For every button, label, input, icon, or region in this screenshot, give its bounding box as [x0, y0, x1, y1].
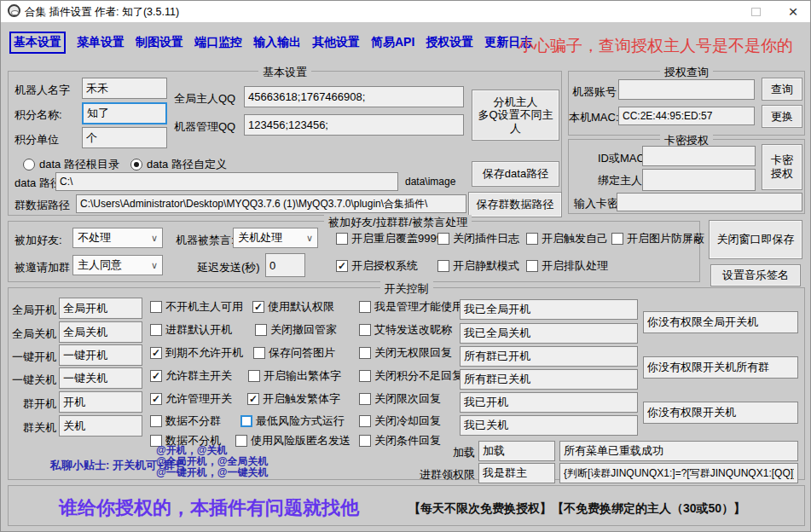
cb-close-limit-reply[interactable]: 关闭限次回复	[359, 391, 441, 407]
bind-master-input[interactable]	[642, 169, 756, 191]
cb-data-no-group-split[interactable]: 数据不分群	[150, 413, 221, 429]
save-data-path-button[interactable]: 保存data路径	[472, 161, 559, 187]
music-signature-button[interactable]: 设置音乐签名	[710, 264, 801, 286]
cmd-onekey-off-input[interactable]	[59, 367, 142, 389]
close-button[interactable]: ×	[779, 1, 808, 22]
cb-lowest-risk-mode[interactable]: 最低风险方式运行	[240, 413, 345, 429]
checkbox-box	[359, 393, 371, 405]
data-path-input[interactable]	[55, 172, 398, 191]
checkbox-label: 进群默认开机	[165, 322, 232, 338]
reply-on-input[interactable]	[460, 392, 638, 413]
local-mac-input[interactable]	[618, 107, 755, 125]
card-key-input[interactable]	[617, 193, 802, 211]
query-button[interactable]: 查询	[762, 78, 802, 101]
card-key-label: 输入卡密	[574, 196, 618, 211]
group-data-path-input[interactable]	[76, 194, 466, 213]
close-window-save-button[interactable]: 关闭窗口即保存	[709, 220, 802, 259]
cb-save-qa-image[interactable]: 保存问答图片	[253, 345, 335, 361]
tab-other-settings[interactable]: 其他设置	[312, 32, 360, 54]
tab-port-monitor[interactable]: 端口监控	[194, 32, 242, 54]
checkbox-box	[359, 347, 371, 359]
tab-simple-api[interactable]: 简易API	[371, 32, 414, 54]
tab-auth-settings[interactable]: 授权设置	[426, 32, 473, 54]
cb-default-permission[interactable]: 使用默认权限	[252, 299, 334, 315]
cb-close-recall-butler[interactable]: 关闭撤回管家	[255, 322, 337, 338]
cmd-global-off-input[interactable]	[59, 321, 142, 343]
cmd-global-on-input[interactable]	[59, 298, 142, 319]
checkbox-label: 开启重启覆盖9999	[351, 231, 443, 246]
noperm-global-input[interactable]	[643, 311, 798, 333]
cb-close-cooldown-reply[interactable]: 关闭冷却回复	[359, 413, 441, 429]
cmd-group-off-input[interactable]	[59, 415, 142, 437]
cb-close-noperm-reply[interactable]: 关闭无权限回复	[359, 345, 452, 361]
noperm-switch-input[interactable]	[643, 402, 798, 424]
delay-send-input[interactable]	[265, 253, 305, 277]
noperm-allgroups-input[interactable]	[643, 356, 798, 379]
reply-off-input[interactable]	[460, 415, 638, 436]
chevron-down-icon: ∨	[306, 233, 313, 244]
cb-trigger-self[interactable]: 开启触发自己	[526, 231, 608, 246]
reply-global-on-input[interactable]	[460, 299, 638, 320]
cb-close-plugin-log[interactable]: 关闭插件日志	[437, 231, 519, 246]
points-unit-input[interactable]	[82, 127, 167, 148]
cb-image-antiblock[interactable]: 开启图片防屏蔽	[611, 231, 704, 246]
title-bar: 合集 插件设置 作者: 知了(3.5.11) ×	[1, 1, 810, 22]
cb-auth-system[interactable]: 开启授权系统	[336, 258, 418, 274]
cb-allow-owner-switch[interactable]: 允许群主开关	[150, 368, 232, 384]
maximize-button[interactable]	[744, 1, 767, 22]
join-perm-code-input[interactable]	[559, 463, 798, 483]
checkbox-box	[235, 435, 247, 447]
card-auth-button[interactable]: 卡密 授权	[762, 144, 802, 190]
load-result-input[interactable]	[559, 441, 798, 461]
checkbox-box	[526, 260, 538, 272]
friend-add-dropdown[interactable]: 不处理 ∨	[72, 228, 163, 248]
branch-master-button[interactable]: 分机主人 多Q设置不同主人	[472, 90, 559, 141]
change-mac-button[interactable]: 更换	[762, 105, 802, 128]
tab-input-output[interactable]: 输入输出	[253, 32, 301, 54]
radio-data-path-custom[interactable]: data 路径自定义	[130, 157, 227, 172]
tab-drawing-settings[interactable]: 制图设置	[136, 32, 183, 54]
cmd-group-off-label: 群关机	[8, 420, 56, 436]
save-group-path-button[interactable]: 保存群数据路径	[468, 192, 562, 217]
robot-name-input[interactable]	[82, 78, 167, 99]
cb-expire-no-boot[interactable]: 到期不允许开机	[150, 345, 243, 361]
global-master-qq-input[interactable]	[244, 86, 464, 107]
reply-global-off-input[interactable]	[460, 323, 638, 344]
cb-close-nopoints-reply[interactable]: 关闭积分不足回复	[359, 368, 463, 384]
id-or-mac-input[interactable]	[642, 146, 756, 166]
bot-account-input[interactable]	[618, 79, 755, 100]
mute-handle-dropdown[interactable]: 关机处理 ∨	[233, 228, 318, 248]
cmd-onekey-on-input[interactable]	[59, 344, 142, 366]
reply-allgroups-off-input[interactable]	[460, 369, 638, 390]
checkbox-label: 允许管理开关	[165, 391, 232, 407]
cb-silent-mode[interactable]: 开启静默模式	[437, 258, 519, 274]
cb-master-usable-offline[interactable]: 不开机主人可用	[150, 299, 243, 315]
cb-risky-anonymous-send[interactable]: 使用风险版匿名发送	[235, 433, 350, 448]
reply-allgroups-on-input[interactable]	[460, 346, 638, 367]
cb-at-send-nickname[interactable]: 艾特发送改昵称	[359, 322, 452, 338]
checkbox-label: 关闭积分不足回复	[374, 368, 463, 384]
points-name-input[interactable]	[82, 102, 167, 124]
radio-data-path-root[interactable]: data 路径根目录	[23, 157, 119, 172]
tab-basic-settings[interactable]: 基本设置	[9, 32, 66, 54]
cb-restart-override-9999[interactable]: 开启重启覆盖9999	[336, 231, 443, 246]
checkbox-box	[150, 393, 162, 405]
cb-output-traditional[interactable]: 开启输出繁体字	[248, 368, 341, 384]
cb-admin-only-use[interactable]: 我是管理才能使用	[359, 299, 463, 315]
manager-qq-input[interactable]	[244, 114, 464, 136]
load-command-input[interactable]	[478, 441, 555, 461]
cb-join-default-on[interactable]: 进群默认开机	[150, 322, 232, 338]
cb-allow-admin-switch[interactable]: 允许管理开关	[150, 391, 232, 407]
chevron-down-icon: ∨	[151, 233, 158, 244]
checkbox-label: 关闭插件日志	[453, 231, 519, 246]
tab-menu-settings[interactable]: 菜单设置	[77, 32, 125, 54]
cmd-group-on-input[interactable]	[59, 391, 142, 413]
cmd-onekey-off-label: 一键关机	[8, 373, 56, 388]
maximize-icon	[751, 8, 761, 16]
friend-add-value: 不处理	[78, 230, 111, 246]
cb-trigger-traditional[interactable]: 开启触发繁体字	[247, 391, 340, 407]
invite-group-dropdown[interactable]: 主人同意 ∨	[72, 255, 163, 275]
join-perm-command-input[interactable]	[478, 463, 555, 483]
window-title: 合集 插件设置 作者: 知了(3.5.11)	[25, 5, 179, 20]
cb-queue-handling[interactable]: 开启排队处理	[526, 258, 608, 274]
